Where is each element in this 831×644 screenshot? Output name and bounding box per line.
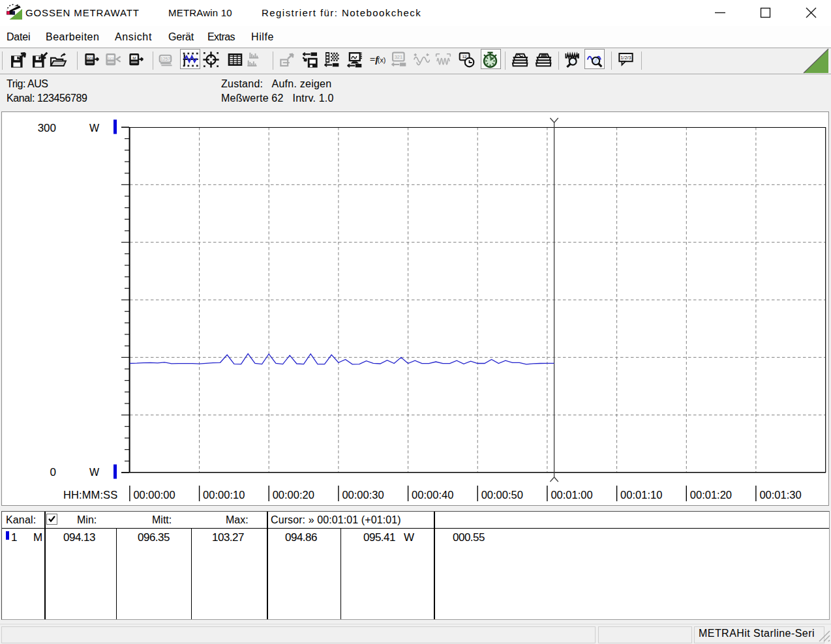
svg-text:1257: 1257 (160, 57, 170, 61)
svg-text:321: 321 (108, 55, 115, 60)
svg-text:(x): (x) (378, 56, 385, 64)
svg-text:321: 321 (87, 55, 94, 60)
svg-text:321: 321 (395, 54, 402, 60)
svg-text:1/2/3: 1/2/3 (620, 55, 631, 61)
svg-text:M: M (132, 55, 136, 60)
